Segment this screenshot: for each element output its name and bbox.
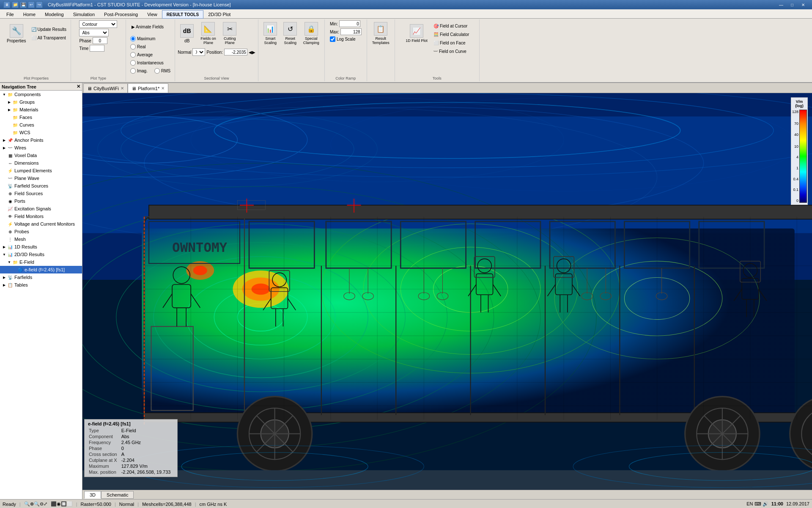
- ribbon: 🔧 Properties 🔄 Update Results ⬜ All Tran…: [0, 19, 812, 83]
- tree-components[interactable]: ▼ 📁 Components: [0, 91, 82, 98]
- farfield-src-label: Farfield Sources: [14, 183, 48, 188]
- cutting-plane-button[interactable]: ✂ CuttingPlane: [220, 20, 239, 47]
- status-normal: Normal: [119, 502, 134, 507]
- tree-ports[interactable]: ◉ Ports: [0, 197, 82, 205]
- wires-icon: 〰: [7, 144, 14, 151]
- tree-anchor-points[interactable]: ▶ 📌 Anchor Points: [0, 136, 82, 144]
- nav-tree-close-icon[interactable]: ✕: [77, 84, 80, 89]
- field-at-cursor-button[interactable]: 🎯 Field at Cursor: [432, 22, 471, 30]
- rms-radio[interactable]: [154, 68, 160, 74]
- reset-scaling-button[interactable]: ↺ ResetScaling: [281, 20, 300, 47]
- tree-1d-results[interactable]: ▶ 📊 1D Results: [0, 243, 82, 251]
- maximum-button[interactable]: Maximum: [129, 35, 157, 42]
- field-on-curve-button[interactable]: 〰 Field on Curve: [432, 47, 471, 55]
- ribbon-group-sectional: dB dB 📐 Fields onPlane ✂ CuttingPlane No…: [175, 19, 258, 81]
- info-val-component: Abs: [121, 433, 174, 439]
- min-input[interactable]: [339, 20, 360, 27]
- tree-mesh[interactable]: ⋮ Mesh: [0, 235, 82, 243]
- tab-result-tools[interactable]: RESULT TOOLS: [162, 10, 203, 19]
- tree-groups[interactable]: ▶ 📁 Groups: [0, 98, 82, 106]
- smart-scaling-button[interactable]: 📊 SmartScaling: [261, 20, 280, 47]
- tab-2d3d-plot[interactable]: 2D/3D Plot: [203, 10, 235, 18]
- tree-dimensions[interactable]: ↔ Dimensions: [0, 159, 82, 167]
- tab-schematic[interactable]: Schematic: [101, 491, 134, 499]
- tree-voltage-current-monitors[interactable]: ⚡ Voltage and Current Monitors: [0, 220, 82, 228]
- properties-button[interactable]: 🔧 Properties: [4, 20, 29, 47]
- viewport[interactable]: OWNTOMY: [82, 93, 812, 490]
- instantaneous-radio[interactable]: [130, 60, 136, 66]
- tree-e-field[interactable]: ▼ 📁 E-Field: [0, 258, 82, 266]
- real-button[interactable]: Real: [129, 43, 148, 50]
- smart-scaling-label: SmartScaling: [264, 36, 277, 45]
- all-transparent-button[interactable]: ⬜ All Transparent: [30, 34, 68, 41]
- average-button[interactable]: Average: [129, 51, 154, 58]
- tree-excitation-signals[interactable]: 📈 Excitation Signals: [0, 205, 82, 213]
- tab-simulation[interactable]: Simulation: [69, 10, 99, 18]
- tab-view[interactable]: View: [143, 10, 162, 18]
- tab-citybus-wifi[interactable]: 🖥 CityBusWiFi ✕: [83, 83, 128, 93]
- tree-wcs[interactable]: 📁 WCS: [0, 129, 82, 136]
- result-templates-button[interactable]: 📋 ResultTemplates: [370, 20, 392, 47]
- save-icon[interactable]: 💾: [20, 1, 27, 8]
- close-button[interactable]: ✕: [798, 0, 809, 9]
- tab-modeling[interactable]: Modeling: [40, 10, 69, 18]
- tree-tables[interactable]: ▶ 📋 Tables: [0, 281, 82, 289]
- redo-icon[interactable]: ↪: [36, 1, 43, 8]
- tab-platform1[interactable]: 🖥 Platform1* ✕: [128, 83, 168, 93]
- citybus-tab-close[interactable]: ✕: [121, 86, 124, 91]
- tab-3d[interactable]: 3D: [84, 491, 101, 499]
- minimize-button[interactable]: —: [776, 0, 787, 9]
- tree-lumped-elements[interactable]: ⚡ Lumped Elements: [0, 167, 82, 174]
- field-on-face-button[interactable]: ⬜ Field on Face: [432, 39, 471, 47]
- app-icon[interactable]: 🖥: [3, 1, 10, 8]
- tree-wires[interactable]: ▶ 〰 Wires: [0, 144, 82, 152]
- instantaneous-button[interactable]: Instantaneous: [129, 59, 165, 66]
- tree-probes[interactable]: ⊕ Probes: [0, 228, 82, 235]
- position-label: Position:: [206, 50, 222, 55]
- tab-post-processing[interactable]: Post-Processing: [99, 10, 143, 18]
- maximize-button[interactable]: □: [787, 0, 798, 9]
- open-icon[interactable]: 📁: [12, 1, 19, 8]
- tree-faces[interactable]: 📁 Faces: [0, 113, 82, 121]
- maximum-radio[interactable]: [130, 36, 136, 41]
- max-input[interactable]: [340, 28, 362, 35]
- imag-radio[interactable]: [130, 68, 136, 74]
- db-button[interactable]: dB dB: [178, 20, 196, 47]
- nav-tree-content: ▼ 📁 Components ▶ 📁 Groups ▶ 📁 Materials …: [0, 91, 82, 498]
- tree-field-sources[interactable]: ⊕ Field Sources: [0, 190, 82, 197]
- scale-val-40: 40: [794, 133, 798, 137]
- normal-select[interactable]: XYZ: [192, 48, 205, 56]
- imag-button[interactable]: Imag.: [129, 67, 149, 75]
- tree-plane-wave[interactable]: 〰 Plane Wave: [0, 174, 82, 182]
- tree-field-monitors[interactable]: 👁 Field Monitors: [0, 213, 82, 220]
- special-clamping-button[interactable]: 🔒 SpecialClamping: [301, 20, 322, 47]
- tab-file[interactable]: File: [2, 10, 19, 18]
- time-input[interactable]: [90, 45, 104, 52]
- tab-home[interactable]: Home: [19, 10, 40, 18]
- platform1-tab-close[interactable]: ✕: [161, 86, 165, 91]
- sectional-content: dB dB 📐 Fields onPlane ✂ CuttingPlane No…: [178, 20, 255, 80]
- plot-type-select[interactable]: Contour Arrow Cone: [79, 20, 117, 28]
- component-select[interactable]: Abs X Y Z: [79, 29, 109, 36]
- fields-on-plane-button[interactable]: 📐 Fields onPlane: [198, 20, 219, 47]
- field-calculator-button[interactable]: 🧮 Field Calculator: [432, 30, 471, 38]
- tree-farfield-sources[interactable]: 📡 Farfield Sources: [0, 182, 82, 190]
- tree-2d3d-results[interactable]: ▼ 📊 2D/3D Results: [0, 251, 82, 258]
- animate-fields-button[interactable]: ▶ Animate Fields: [129, 20, 167, 33]
- tree-efield-f245[interactable]: 🔵 e-field (f=2.45) [fs1]: [0, 266, 82, 273]
- log-scale-checkbox[interactable]: [330, 36, 335, 42]
- fields-on-plane-label: Fields onPlane: [200, 36, 216, 45]
- average-radio[interactable]: [130, 52, 136, 58]
- tree-materials[interactable]: ▶ 📁 Materials: [0, 106, 82, 113]
- 1d-field-plot-button[interactable]: 📈 1D Field Plot: [403, 20, 430, 47]
- update-results-button[interactable]: 🔄 Update Results: [30, 25, 68, 33]
- undo-icon[interactable]: ↩: [28, 1, 35, 8]
- rms-button[interactable]: RMS: [153, 67, 172, 75]
- real-radio[interactable]: [130, 44, 136, 50]
- tree-curves[interactable]: 📁 Curves: [0, 121, 82, 129]
- tree-farfields[interactable]: ▶ 📡 Farfields: [0, 273, 82, 281]
- tree-voxel-data[interactable]: ▦ Voxel Data: [0, 152, 82, 159]
- position-arrows[interactable]: ◀▶: [249, 50, 255, 55]
- position-input[interactable]: [224, 49, 247, 55]
- phase-input[interactable]: [93, 37, 107, 44]
